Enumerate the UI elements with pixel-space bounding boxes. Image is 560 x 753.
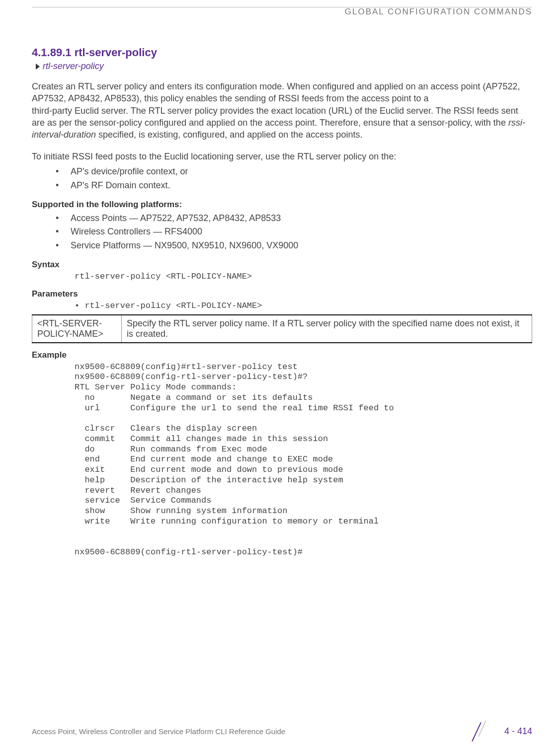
para2: To initiate RSSI feed posts to the Eucli… bbox=[32, 151, 532, 162]
supported-list: Access Points — AP7522, AP7532, AP8432, … bbox=[32, 212, 532, 253]
para1c: specified, is existing, configured, and … bbox=[96, 130, 362, 140]
parameters-heading: Parameters bbox=[32, 289, 532, 299]
params-leadin: • rtl-server-policy <RTL-POLICY-NAME> bbox=[32, 301, 532, 311]
list-item: Access Points — AP7522, AP7532, AP8432, … bbox=[56, 212, 532, 226]
list-item: AP's RF Domain context. bbox=[56, 179, 532, 193]
syntax-heading: Syntax bbox=[32, 260, 532, 270]
content: 4.1.89.1 rtl-server-policy rtl-server-po… bbox=[32, 7, 532, 558]
supported-heading: Supported in the following platforms: bbox=[32, 200, 532, 210]
intro-paragraph: Creates an RTL server policy and enters … bbox=[32, 80, 532, 141]
para1b: third-party Euclid server. The RTL serve… bbox=[32, 106, 518, 128]
param-desc: Specify the RTL server policy name. If a… bbox=[122, 315, 532, 343]
page-footer: Access Point, Wireless Controller and Se… bbox=[32, 722, 532, 740]
footer-doc-title: Access Point, Wireless Controller and Se… bbox=[32, 727, 285, 736]
page-number: 4 - 414 bbox=[504, 726, 532, 737]
context-list: AP's device/profile context, or AP's RF … bbox=[32, 165, 532, 193]
example-code: nx9500-6C8809(config)#rtl-server-policy … bbox=[32, 362, 532, 558]
table-row: <RTL-SERVER-POLICY-NAME> Specify the RTL… bbox=[32, 315, 532, 343]
breadcrumb: rtl-server-policy bbox=[36, 61, 532, 72]
page-number-box: 4 - 414 bbox=[480, 722, 532, 740]
breadcrumb-label: rtl-server-policy bbox=[43, 61, 104, 72]
example-heading: Example bbox=[32, 350, 532, 360]
running-header: GLOBAL CONFIGURATION COMMANDS bbox=[345, 7, 532, 17]
list-item: AP's device/profile context, or bbox=[56, 165, 532, 179]
list-item: Service Platforms — NX9500, NX9510, NX96… bbox=[56, 239, 532, 253]
param-table: <RTL-SERVER-POLICY-NAME> Specify the RTL… bbox=[32, 314, 532, 343]
page: GLOBAL CONFIGURATION COMMANDS 4.1.89.1 r… bbox=[0, 7, 560, 753]
caret-right-icon bbox=[36, 64, 40, 70]
param-key: <RTL-SERVER-POLICY-NAME> bbox=[32, 315, 122, 343]
section-title: 4.1.89.1 rtl-server-policy bbox=[32, 46, 532, 59]
list-item: Wireless Controllers — RFS4000 bbox=[56, 225, 532, 239]
para1a: Creates an RTL server policy and enters … bbox=[32, 81, 520, 103]
slash-ornament-icon bbox=[480, 722, 498, 740]
syntax-code: rtl-server-policy <RTL-POLICY-NAME> bbox=[32, 272, 532, 282]
